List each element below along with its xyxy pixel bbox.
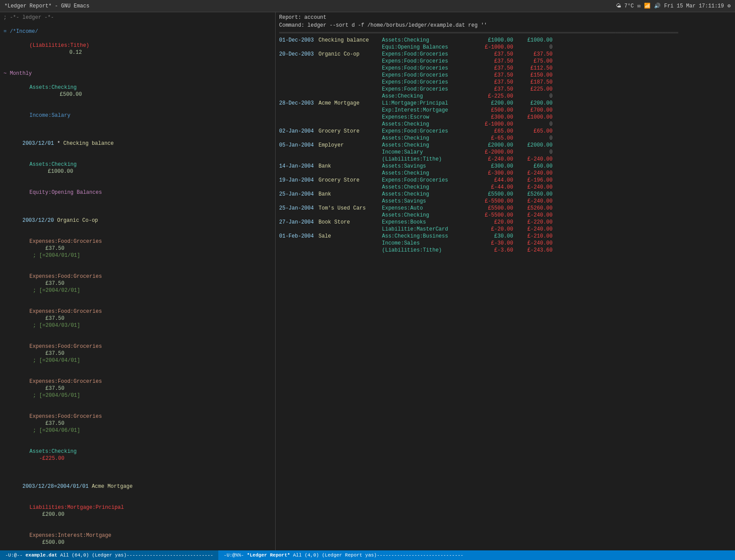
mail-icon: ✉	[637, 3, 640, 9]
tx1-line1: Assets:Checking £1000.00	[4, 154, 272, 182]
report-row: 27-Jan-2004Book StoreExpenses:Books£20.0…	[279, 219, 732, 226]
empty-line2	[4, 63, 272, 70]
report-row: 20-Dec-2003Organic Co-opExpens:Food:Groc…	[279, 51, 732, 58]
status-right: -U:@%%- *Ledger Report* All (4,0) (Ledge…	[218, 550, 735, 560]
statusbar: -U:@-- example.dat All (64,0) (Ledger ya…	[0, 550, 735, 560]
report-row: Expens:Food:Groceries£37.50£150.00	[279, 72, 732, 79]
report-row: Exp:Interest:Mortgage£500.00£700.00	[279, 107, 732, 114]
empty-line	[4, 21, 272, 28]
income-section-header: = /*Income/	[4, 28, 272, 35]
tx2-line1: Expenses:Food:Groceries £37.50 ; [=2004/…	[4, 231, 272, 266]
report-row: 01-Feb-2004SaleAss:Checking:Business£30.…	[279, 233, 732, 240]
report-separator: ════════════════════════════════════════…	[279, 30, 732, 37]
report-row: Income:Sales£-30.00£-240.00	[279, 240, 732, 247]
report-row: Expenses:Escrow£300.00£1000.00	[279, 114, 732, 121]
datetime: Fri 15 Mar 17:11:19	[664, 3, 724, 9]
monthly-header: ~ Monthly	[4, 70, 272, 77]
report-row: Expens:Food:Groceries£37.50£225.00	[279, 86, 732, 93]
report-label: Report: account	[279, 14, 732, 21]
report-row: 19-Jan-2004Grocery StoreExpens:Food:Groc…	[279, 177, 732, 184]
report-row: Equi:Opening Balances£-1000.000	[279, 44, 732, 51]
window-title: *Ledger Report* - GNU Emacs	[4, 3, 89, 9]
empty-line3	[4, 126, 272, 133]
report-row: 05-Jan-2004EmployerAssets:Checking£2000.…	[279, 142, 732, 149]
report-row: Liabilitie:MasterCard£-20.00£-240.00	[279, 226, 732, 233]
report-row: Assets:Checking£-300.00£-240.00	[279, 170, 732, 177]
report-row: Assets:Checking£-5500.00£-240.00	[279, 212, 732, 219]
network-icon: 📶	[644, 3, 651, 9]
weather-icon: 🌤 7°C	[616, 3, 634, 9]
report-row: 01-Dec-2003Checking balanceAssets:Checki…	[279, 37, 732, 44]
report-row: Expens:Food:Groceries£37.50£75.00	[279, 58, 732, 65]
tx2-line3: Expenses:Food:Groceries £37.50 ; [=2004/…	[4, 301, 272, 336]
report-row: 25-Jan-2004BankAssets:Checking£5500.00£5…	[279, 191, 732, 198]
editor-buffer[interactable]: ; -*- ledger -*- = /*Income/ (Liabilitie…	[0, 12, 276, 550]
tx2-line5: Expenses:Food:Groceries £37.50 ; [=2004/…	[4, 371, 272, 406]
report-row: 14-Jan-2004BankAssets:Savings£300.00£60.…	[279, 163, 732, 170]
tx3-header: 2003/12/28=2004/01/01 Acme Mortgage	[4, 476, 272, 497]
titlebar: *Ledger Report* - GNU Emacs 🌤 7°C ✉ 📶 🔊 …	[0, 0, 735, 12]
report-row: (Liabilities:Tithe)£-3.60£-243.60	[279, 247, 732, 254]
report-row: Assets:Savings£-5500.00£-240.00	[279, 198, 732, 205]
titlebar-right: 🌤 7°C ✉ 📶 🔊 Fri 15 Mar 17:11:19 ⚙	[616, 3, 731, 9]
tx1-header: 2003/12/01 * Checking balance	[4, 133, 272, 154]
report-row: 02-Jan-2004Grocery StoreExpens:Food:Groc…	[279, 128, 732, 135]
tx3-line1: Liabilities:Mortgage:Principal £200.00	[4, 497, 272, 525]
assets-checking-monthly: Assets:Checking £500.00	[4, 77, 272, 105]
report-row: 25-Jan-2004Tom's Used CarsExpenses:Auto£…	[279, 205, 732, 212]
report-command: Command: ledger --sort d -f /home/borbus…	[279, 22, 732, 29]
tx1-line2: Equity:Opening Balances	[4, 182, 272, 203]
volume-icon: 🔊	[654, 3, 661, 9]
directive-line: ; -*- ledger -*-	[4, 14, 272, 21]
report-row: Assets:Checking£-1000.000	[279, 121, 732, 128]
report-row: Expens:Food:Groceries£37.50£187.50	[279, 79, 732, 86]
tx2-line7: Assets:Checking -£225.00	[4, 441, 272, 469]
liabilities-tithe-line: (Liabilities:Tithe) 0.12	[4, 35, 272, 63]
report-row: Asse:Checking£-225.000	[279, 93, 732, 100]
tx2-header: 2003/12/20 Organic Co-op	[4, 210, 272, 231]
report-row: Income:Salary£-2000.000	[279, 149, 732, 156]
main-content: ; -*- ledger -*- = /*Income/ (Liabilitie…	[0, 12, 735, 550]
empty-line5	[4, 469, 272, 476]
income-salary-monthly: Income:Salary	[4, 105, 272, 126]
status-left: -U:@-- example.dat All (64,0) (Ledger ya…	[0, 550, 218, 560]
settings-icon[interactable]: ⚙	[728, 3, 731, 9]
tx2-line4: Expenses:Food:Groceries £37.50 ; [=2004/…	[4, 336, 272, 371]
tx3-line2: Expenses:Interest:Mortgage £500.00	[4, 525, 272, 550]
empty-line4	[4, 203, 272, 210]
status-left-text: -U:@-- example.dat All (64,0) (Ledger ya…	[5, 553, 213, 558]
report-table: 01-Dec-2003Checking balanceAssets:Checki…	[279, 37, 732, 254]
tx2-line2: Expenses:Food:Groceries £37.50 ; [=2004/…	[4, 266, 272, 301]
status-right-text: -U:@%%- *Ledger Report* All (4,0) (Ledge…	[224, 553, 463, 558]
ledger-report-buffer[interactable]: Report: account Command: ledger --sort d…	[276, 12, 735, 550]
report-row: (Liabilities:Tithe)£-240.00£-240.00	[279, 156, 732, 163]
tx2-line6: Expenses:Food:Groceries £37.50 ; [=2004/…	[4, 406, 272, 441]
report-row: Assets:Checking£-65.000	[279, 135, 732, 142]
report-row: Expens:Food:Groceries£37.50£112.50	[279, 65, 732, 72]
report-row: Assets:Checking£-44.00£-240.00	[279, 184, 732, 191]
report-row: 28-Dec-2003Acme MortgageLi:Mortgage:Prin…	[279, 100, 732, 107]
